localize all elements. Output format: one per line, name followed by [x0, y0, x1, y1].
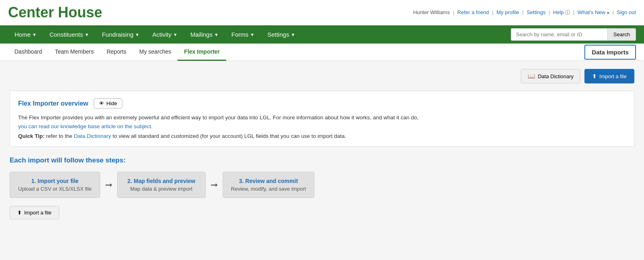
- quick-tip: Quick Tip: refer to the Data Dictionary …: [18, 133, 626, 139]
- refer-friend-link[interactable]: Refer a friend: [457, 9, 489, 15]
- overview-box: Flex Importer overview 👁 Hide The Flex I…: [10, 91, 634, 147]
- chevron-down-icon: ▼: [173, 32, 178, 37]
- step-3-desc: Review, modify, and save import: [231, 186, 306, 192]
- step-3-title: 3. Review and commit: [231, 178, 306, 184]
- data-imports-button[interactable]: Data Imports: [584, 45, 636, 60]
- subnav-dashboard[interactable]: Dashboard: [8, 44, 49, 61]
- upload-icon: ⬆: [592, 73, 597, 79]
- whats-new-link[interactable]: What's New: [578, 9, 605, 15]
- chevron-down-icon: ▼: [250, 32, 254, 37]
- overview-title: Flex Importer overview: [18, 100, 88, 107]
- action-bar: 📖 Data Dictionary ⬆ Import a file: [10, 69, 634, 83]
- subnav-flex-importer[interactable]: Flex Importer: [178, 44, 226, 61]
- chevron-down-icon: ▼: [214, 32, 219, 37]
- help-icon: ⓘ: [565, 10, 570, 15]
- step-1-desc: Upload a CSV or XLS/XLSX file: [18, 186, 92, 192]
- step-2-title: 2. Map fields and preview: [126, 178, 197, 184]
- whats-new-indicator: ●: [607, 10, 609, 15]
- settings-link[interactable]: Settings: [526, 9, 545, 15]
- data-dictionary-link[interactable]: Data Dictionary: [74, 133, 111, 139]
- chevron-down-icon: ▼: [85, 32, 89, 37]
- step-2-box: 2. Map fields and preview Map data & pre…: [117, 172, 206, 198]
- step-1-title: 1. Import your file: [18, 178, 92, 184]
- hide-button[interactable]: 👁 Hide: [94, 98, 122, 108]
- import-file-button-bottom[interactable]: ⬆ Import a file: [10, 206, 59, 219]
- upload-icon-bottom: ⬆: [17, 210, 22, 216]
- steps-title: Each import will follow these steps:: [10, 156, 634, 164]
- step-3-box: 3. Review and commit Review, modify, and…: [223, 172, 314, 198]
- site-title: Center House: [8, 4, 102, 21]
- data-dictionary-button[interactable]: 📖 Data Dictionary: [521, 69, 580, 83]
- import-file-button-top[interactable]: ⬆ Import a file: [584, 69, 634, 83]
- knowledge-base-link[interactable]: you can read our knowledge base article …: [18, 123, 153, 129]
- nav-fundraising[interactable]: Fundraising ▼: [95, 25, 146, 44]
- eye-icon: 👁: [99, 100, 104, 106]
- top-links: Hunter Williams | Refer a friend | My pr…: [413, 9, 636, 16]
- book-icon: 📖: [528, 73, 535, 80]
- nav-forms[interactable]: Forms ▼: [225, 25, 261, 44]
- my-profile-link[interactable]: My profile: [496, 9, 519, 15]
- sub-nav-right: Data Imports: [584, 45, 636, 60]
- chevron-down-icon: ▼: [135, 32, 140, 37]
- subnav-reports[interactable]: Reports: [100, 44, 133, 61]
- arrow-icon-2: ➞: [211, 181, 218, 189]
- chevron-down-icon: ▼: [291, 32, 295, 37]
- user-name: Hunter Williams: [413, 9, 450, 15]
- subnav-team-members[interactable]: Team Members: [49, 44, 100, 61]
- nav-mailings[interactable]: Mailings ▼: [184, 25, 225, 44]
- subnav-my-searches[interactable]: My searches: [133, 44, 178, 61]
- chevron-down-icon: ▼: [32, 32, 37, 37]
- top-bar: Center House Hunter Williams | Refer a f…: [0, 0, 644, 25]
- search-button[interactable]: Search: [607, 28, 636, 41]
- search-input[interactable]: [511, 28, 607, 41]
- overview-header: Flex Importer overview 👁 Hide: [18, 98, 626, 108]
- nav-home[interactable]: Home ▼: [8, 25, 43, 44]
- arrow-icon-1: ➞: [105, 181, 112, 189]
- sign-out-link[interactable]: Sign out: [617, 9, 636, 15]
- step-2-desc: Map data & preview import: [126, 186, 197, 192]
- help-link[interactable]: Help: [553, 9, 564, 15]
- nav-search-area: Search: [511, 28, 636, 41]
- steps-row: 1. Import your file Upload a CSV or XLS/…: [10, 172, 634, 198]
- main-content: 📖 Data Dictionary ⬆ Import a file Flex I…: [0, 61, 644, 260]
- nav-settings[interactable]: Settings ▼: [261, 25, 301, 44]
- nav-activity[interactable]: Activity ▼: [146, 25, 184, 44]
- step-1-box: 1. Import your file Upload a CSV or XLS/…: [10, 172, 100, 198]
- nav-bar: Home ▼ Constituents ▼ Fundraising ▼ Acti…: [0, 25, 644, 44]
- nav-constituents[interactable]: Constituents ▼: [43, 25, 95, 44]
- overview-description: The Flex Importer provides you with an e…: [18, 113, 626, 131]
- sub-nav: Dashboard Team Members Reports My search…: [0, 44, 644, 61]
